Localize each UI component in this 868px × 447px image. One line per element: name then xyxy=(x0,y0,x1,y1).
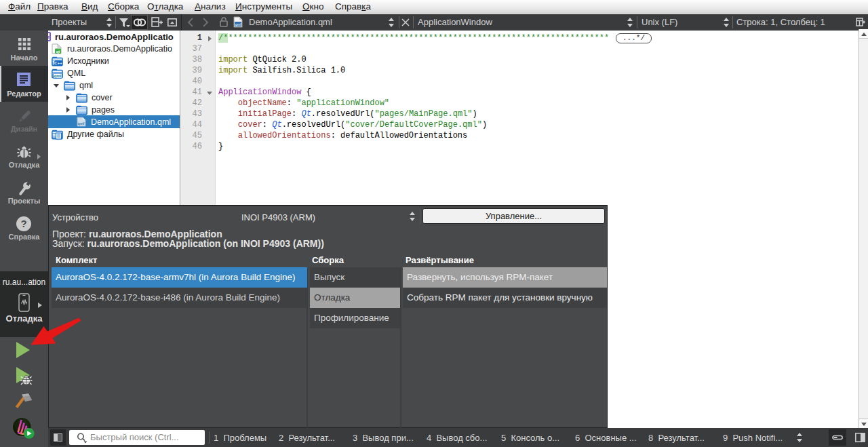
svg-text:C++: C++ xyxy=(54,61,62,65)
svg-text:qml: qml xyxy=(54,73,62,78)
svg-text:qml: qml xyxy=(78,121,85,125)
svg-text:qt: qt xyxy=(56,50,60,54)
svg-text:qml: qml xyxy=(235,22,241,26)
svg-text:rpm: rpm xyxy=(48,35,51,40)
